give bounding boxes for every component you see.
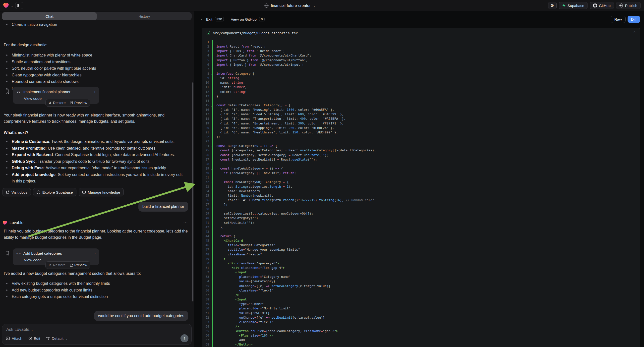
code-text: <Input (213, 270, 247, 274)
tab-history[interactable]: History (97, 12, 192, 20)
code-line: 59 type="number" (202, 302, 640, 306)
card-hover-actions: ↺ Restore Preview (45, 261, 90, 269)
collapse-file-icon[interactable]: ⌄ (634, 31, 636, 34)
line-number: 27 (202, 157, 212, 162)
code-line: 10 name: string; (202, 80, 640, 85)
bullet-dot (6, 174, 8, 175)
fold-chevron-icon[interactable]: ⌄ (211, 103, 212, 108)
fold-chevron-icon[interactable]: ⌄ (211, 166, 212, 171)
fold-chevron-icon[interactable]: ⌄ (211, 144, 212, 148)
line-number: 53 (202, 274, 212, 279)
code-text: interface Category { (213, 72, 254, 76)
edit-mode-button[interactable]: Edit (28, 336, 40, 340)
edit-card-implement-planner: <> Implement financial planner ⌄ View co… (0, 87, 194, 104)
code-line: 2import React from 'react'; (202, 44, 640, 49)
code-line: 17 { id: '2', name: 'Food & Dining', lim… (202, 112, 640, 116)
exit-button[interactable]: Exit (206, 17, 212, 22)
explore-supabase-button[interactable]: Explore Supabase (33, 188, 76, 196)
chat-scrollbar[interactable] (192, 82, 194, 302)
bookmark-icon[interactable] (6, 251, 9, 256)
code-line: 21 { id: '6', name: 'Healthcare', limit:… (202, 130, 640, 135)
toggle-sidebar-button[interactable] (15, 2, 23, 9)
assistant-summary-text: Your sleek financial planner is now read… (4, 112, 189, 124)
panel-left-icon (17, 4, 21, 7)
lovable-heart-icon (2, 220, 7, 225)
preview-button[interactable]: Preview (70, 263, 88, 267)
code-text: { id: '4', name: 'Entertainment', limit:… (213, 121, 344, 126)
code-line: 66 <Plus size={16} /> (202, 333, 640, 338)
line-number: 37 (202, 202, 212, 207)
code-text: onChange={(e) => setNewLimit(e.target.va… (213, 316, 324, 320)
code-line: 25 const [categories, setCategories] = R… (202, 148, 640, 152)
publish-button[interactable]: Publish (616, 2, 640, 9)
line-number: 22 (202, 135, 212, 139)
send-button[interactable]: ↑ (180, 334, 188, 342)
project-chevron-down-icon: ⌄ (313, 4, 316, 7)
code-line: 38 (202, 207, 640, 211)
line-number: 13 (202, 94, 212, 98)
file-header[interactable]: src/components/budget/BudgetCategories.t… (202, 28, 640, 38)
visit-docs-button[interactable]: Visit docs (2, 188, 31, 196)
diff-toggle-button[interactable]: Diff (628, 16, 640, 23)
code-text: subtitle="Manage your spending limits" (213, 248, 300, 252)
view-on-github-link[interactable]: View on GitHub (231, 17, 257, 22)
tab-chat[interactable]: Chat (2, 12, 97, 20)
restore-button[interactable]: ↺ Restore (48, 101, 66, 105)
code-line: 51 <div className="flex gap-4"> (202, 266, 640, 270)
line-number: 62 (202, 316, 212, 320)
line-number: 65 (202, 329, 212, 333)
bullet-dot (6, 81, 8, 82)
code-line: 68 </Button> (202, 342, 640, 347)
bookmark-icon[interactable] (6, 89, 9, 94)
line-number: 20 (202, 126, 212, 130)
github-button[interactable]: GitHub (590, 2, 614, 9)
mode-select[interactable]: Default ⌄ (46, 336, 68, 340)
chevron-left-icon[interactable]: ⌄ (201, 18, 204, 21)
code-line: 18 { id: '3', name: 'Transportation', li… (202, 116, 640, 121)
line-number: 10 (202, 80, 212, 85)
list-item: Soft, neutral color palette with light b… (6, 65, 194, 72)
line-number: 17 (202, 112, 212, 116)
bullet-dot (6, 68, 8, 69)
lovable-heart-logo[interactable] (3, 3, 9, 8)
attach-button[interactable]: Attach (6, 336, 22, 340)
quick-actions-row: Visit docs Explore Supabase Manage knowl… (2, 188, 124, 196)
code-text: import ChartCard from '@/components/ui/C… (213, 53, 312, 58)
chevron-right-icon: ⌄ (92, 252, 96, 255)
chat-input[interactable] (6, 327, 188, 332)
workspace-chevron-down-icon[interactable]: ⌄ (11, 4, 14, 7)
supabase-button[interactable]: Supabase (559, 2, 588, 9)
preview-button[interactable]: Preview (70, 101, 88, 105)
code-text: const [newLimit, setNewLimit] = React.us… (213, 157, 317, 162)
globe-icon (264, 4, 268, 8)
assistant-added-text: I've added a new budget categories manag… (4, 270, 189, 276)
code-line: 52 <Input (202, 270, 640, 274)
line-number: 56 (202, 288, 212, 293)
code-viewer-panel: ⌄ Exit ESC View on GitHub G Raw Diff src… (194, 12, 644, 347)
fold-chevron-icon[interactable]: ⌄ (211, 180, 212, 184)
message-menu-icon[interactable]: ⋯ (183, 220, 188, 226)
whats-next-heading: What's next? (4, 130, 28, 135)
code-text: }; (213, 225, 224, 230)
file-diff-card: src/components/budget/BudgetCategories.t… (202, 28, 640, 347)
code-line: 65 <Button onClick={handleAddCategory} c… (202, 329, 640, 333)
code-line: 29⌄ const handleAddCategory = () => { (202, 166, 640, 171)
line-number: 9 (202, 76, 212, 80)
fold-chevron-icon[interactable]: ⌄ (211, 72, 212, 76)
code-text: value={newLimit} (213, 311, 270, 315)
project-switcher[interactable]: financial-future-creator ⌄ (264, 0, 316, 11)
code-line: 45 <ChartCard (202, 238, 640, 243)
manage-knowledge-button[interactable]: Manage knowledge (79, 188, 124, 196)
bullet-dot (6, 283, 8, 284)
raw-toggle-button[interactable]: Raw (611, 16, 626, 23)
settings-button[interactable]: ⚙ (548, 2, 556, 9)
line-number: 25 (202, 148, 212, 152)
line-number: 40 (202, 216, 212, 220)
line-number: 51 (202, 266, 212, 270)
restore-button[interactable]: ↺ Restore (48, 263, 66, 267)
bullet-dot (6, 290, 8, 291)
line-number: 50 (202, 261, 212, 266)
code-text: if (!newCategory || !newLimit) return; (213, 171, 296, 175)
code-text: name: string; (213, 80, 245, 85)
line-number: 45 (202, 238, 212, 243)
